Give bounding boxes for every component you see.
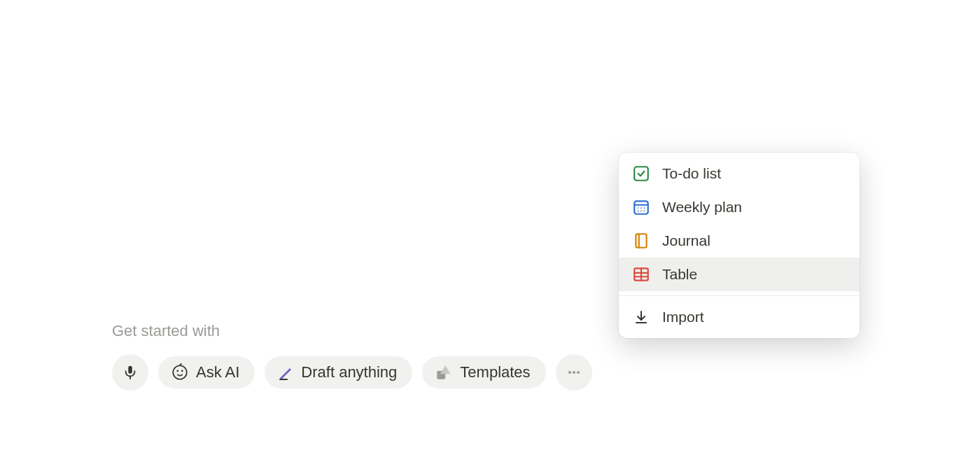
popover-item-table[interactable]: Table	[619, 258, 860, 291]
svg-point-3	[177, 370, 178, 371]
svg-point-7	[568, 371, 571, 374]
templates-label: Templates	[460, 363, 530, 382]
popover-item-label: Weekly plan	[662, 199, 742, 216]
draft-anything-label: Draft anything	[301, 363, 397, 382]
popover-item-import[interactable]: Import	[619, 300, 860, 334]
draft-anything-button[interactable]: Draft anything	[265, 356, 412, 388]
pencil-icon	[277, 364, 294, 381]
svg-point-4	[182, 370, 183, 371]
popover-item-label: Journal	[662, 232, 710, 249]
popover-item-journal[interactable]: Journal	[619, 224, 860, 258]
popover-section-import: Import	[619, 296, 860, 338]
shapes-icon	[435, 363, 453, 382]
get-started-block: Get started with Ask	[112, 322, 592, 391]
journal-icon	[631, 231, 651, 251]
get-started-label: Get started with	[112, 322, 592, 340]
microphone-icon	[122, 365, 138, 380]
table-icon	[631, 265, 651, 284]
svg-rect-10	[634, 167, 648, 181]
actions-row: Ask AI Draft anything Templates	[112, 354, 592, 391]
popover-section-templates: To-do list Weekly plan	[619, 153, 860, 295]
svg-point-14	[640, 207, 642, 209]
checkbox-icon	[631, 164, 651, 183]
popover-item-label: Import	[662, 309, 704, 326]
popover-item-todo-list[interactable]: To-do list	[619, 157, 860, 190]
face-icon	[171, 363, 189, 382]
svg-point-18	[643, 211, 645, 212]
more-options-popover: To-do list Weekly plan	[619, 153, 860, 338]
more-button[interactable]	[556, 354, 592, 391]
dots-horizontal-icon	[566, 364, 582, 381]
svg-point-9	[577, 371, 580, 374]
microphone-button[interactable]	[112, 354, 148, 391]
ask-ai-label: Ask AI	[196, 363, 239, 382]
svg-point-13	[638, 207, 639, 209]
svg-rect-19	[636, 234, 646, 248]
ask-ai-button[interactable]: Ask AI	[158, 356, 255, 388]
svg-point-17	[640, 211, 642, 212]
download-icon	[631, 307, 651, 327]
popover-item-label: Table	[662, 266, 697, 283]
svg-point-16	[638, 211, 639, 212]
popover-item-label: To-do list	[662, 165, 721, 182]
svg-point-2	[173, 365, 187, 379]
templates-button[interactable]: Templates	[422, 356, 545, 388]
svg-point-8	[573, 371, 575, 374]
svg-point-15	[643, 207, 645, 209]
svg-rect-0	[128, 366, 132, 374]
popover-item-weekly-plan[interactable]: Weekly plan	[619, 190, 860, 224]
calendar-icon	[631, 197, 651, 217]
